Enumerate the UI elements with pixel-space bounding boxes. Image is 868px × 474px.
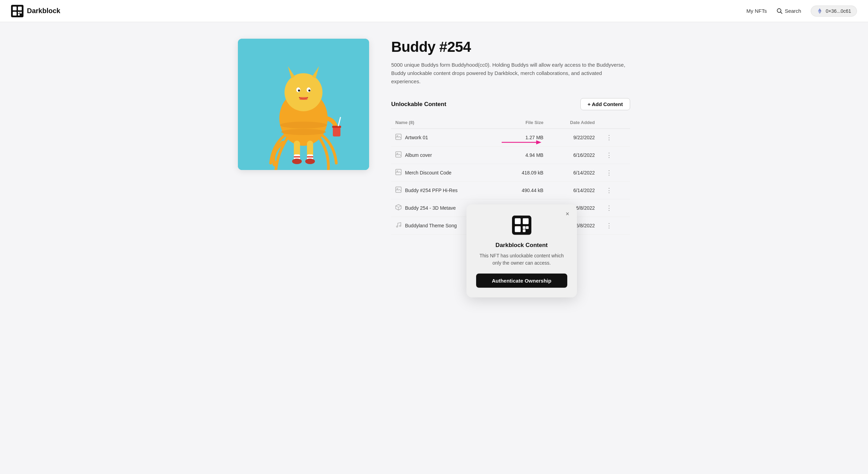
svg-rect-37 [333, 127, 340, 136]
svg-rect-1 [13, 7, 17, 10]
table-cell-name: Merch Discount Code [391, 164, 501, 182]
table-row: Buddy #254 PFP Hi-Res 490.44 kB 6/14/202… [391, 182, 630, 199]
svg-point-17 [280, 122, 327, 129]
svg-point-27 [308, 89, 310, 92]
more-options-button[interactable]: ⋮ [603, 186, 615, 195]
table-cell-date: 6/14/2022 [548, 182, 599, 199]
svg-rect-64 [523, 226, 525, 229]
svg-point-26 [298, 89, 300, 92]
svg-point-36 [305, 159, 315, 164]
table-cell-actions: ⋮ [599, 129, 630, 146]
wallet-address: 0×36...0c61 [826, 8, 851, 14]
table-cell-actions: ⋮ [599, 164, 630, 182]
nft-image [238, 39, 369, 170]
wallet-button[interactable]: 0×36...0c61 [811, 6, 857, 17]
table-cell-size: 490.44 kB [501, 182, 548, 199]
file-name: Merch Discount Code [405, 170, 452, 176]
table-cell-date: 9/22/2022 [548, 129, 599, 146]
add-content-button[interactable]: + Add Content [580, 98, 630, 110]
svg-point-35 [292, 159, 302, 164]
svg-point-50 [399, 225, 401, 227]
nft-description: 5000 unique Buddys form Buddyhood(cc0). … [391, 61, 630, 86]
file-name: Buddy #254 PFP Hi-Res [405, 188, 457, 193]
more-options-button[interactable]: ⋮ [603, 203, 615, 213]
svg-rect-5 [20, 12, 22, 13]
svg-point-49 [396, 226, 398, 227]
file-type-icon [395, 134, 402, 141]
main-content: Buddy #254 5000 unique Buddys form Buddy… [227, 22, 641, 282]
table-cell-name: Album cover [391, 146, 501, 164]
header: Darkblock My NFTs Search 0×36...0c61 [0, 0, 868, 22]
table-cell-size: 1.27 MB [501, 129, 548, 146]
table-cell-name: Artwork 01 [391, 129, 501, 146]
table-cell-date: 6/14/2022 [548, 164, 599, 182]
table-cell-actions: ⋮ [599, 182, 630, 199]
authenticate-button[interactable]: Authenticate Ownership [476, 274, 567, 288]
svg-rect-6 [18, 14, 20, 16]
file-name: Buddy 254 - 3D Metave [405, 205, 456, 211]
logo-icon [11, 5, 23, 17]
popup-close-button[interactable]: × [563, 209, 572, 218]
more-options-button[interactable]: ⋮ [603, 168, 615, 178]
more-options-button[interactable]: ⋮ [603, 133, 615, 142]
svg-rect-62 [523, 218, 529, 224]
table-cell-actions: ⋮ [599, 217, 630, 235]
col-name: Name (8) [391, 117, 501, 129]
my-nfts-link[interactable]: My NFTs [746, 8, 767, 14]
svg-point-40 [272, 161, 278, 167]
unlockable-title: Unlockable Content [391, 101, 446, 108]
file-name: Artwork 01 [405, 135, 428, 140]
svg-point-19 [284, 73, 322, 111]
svg-rect-38 [332, 126, 341, 128]
svg-rect-66 [523, 229, 525, 232]
popup-card[interactable]: × Darkblock Content This NFT has unlocka… [466, 205, 577, 297]
popup-icon-container [476, 216, 567, 242]
col-date-added: Date Added [548, 117, 599, 129]
search-button[interactable]: Search [777, 8, 801, 14]
svg-point-18 [281, 129, 326, 135]
file-type-icon [395, 169, 402, 177]
popup-darkblock-icon [512, 216, 531, 235]
table-cell-size: 418.09 kB [501, 164, 548, 182]
table-header: Name (8) File Size Date Added [391, 117, 630, 129]
table-row: Merch Discount Code 418.09 kB 6/14/2022 … [391, 164, 630, 182]
popup-title: Darkblock Content [476, 242, 567, 249]
svg-rect-28 [299, 97, 308, 100]
table-cell-name: Buddy #254 PFP Hi-Res [391, 182, 501, 199]
table-cell-date: 6/16/2022 [548, 146, 599, 164]
unlockable-header: Unlockable Content + Add Content [391, 98, 630, 110]
table-row: Artwork 01 1.27 MB 9/22/2022 ⋮ [391, 129, 630, 146]
svg-rect-34 [307, 156, 313, 158]
svg-rect-33 [294, 156, 300, 158]
svg-rect-4 [18, 12, 20, 13]
more-options-button[interactable]: ⋮ [603, 221, 615, 230]
svg-rect-65 [526, 226, 529, 229]
file-type-icon [395, 187, 402, 194]
table-row: Album cover 4.94 MB 6/16/2022 ⋮ [391, 146, 630, 164]
file-name: Album cover [405, 152, 432, 158]
popup-body: This NFT has unlockable content which on… [476, 252, 567, 267]
file-type-icon [395, 151, 402, 159]
svg-rect-63 [515, 226, 521, 232]
svg-rect-2 [18, 7, 22, 10]
file-type-icon [395, 222, 402, 229]
file-type-icon [395, 204, 402, 212]
svg-line-8 [780, 12, 782, 13]
svg-rect-3 [13, 12, 17, 16]
nft-title: Buddy #254 [391, 39, 630, 55]
search-icon [777, 8, 783, 14]
ethereum-icon [817, 8, 823, 14]
table-cell-actions: ⋮ [599, 199, 630, 217]
svg-rect-0 [11, 5, 23, 17]
col-actions [599, 117, 630, 129]
header-nav: My NFTs Search 0×36...0c61 [746, 6, 857, 17]
col-file-size: File Size [501, 117, 548, 129]
svg-rect-61 [515, 218, 521, 224]
file-name: Buddyland Theme Song [405, 223, 457, 228]
table-cell-actions: ⋮ [599, 146, 630, 164]
logo[interactable]: Darkblock [11, 5, 746, 17]
table-cell-size: 4.94 MB [501, 146, 548, 164]
more-options-button[interactable]: ⋮ [603, 150, 615, 160]
